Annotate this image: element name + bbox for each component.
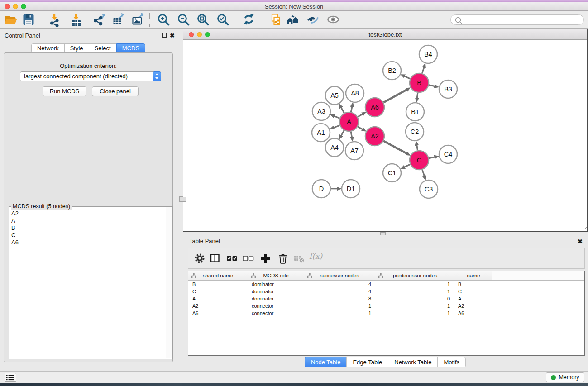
graph-edge-B-B1[interactable] bbox=[417, 93, 418, 99]
graph-edge-A-A4[interactable] bbox=[341, 130, 344, 136]
table-toolbar: f(x) bbox=[188, 248, 585, 269]
toolbar-separator bbox=[40, 13, 40, 27]
tab-style[interactable]: Style bbox=[64, 43, 89, 53]
graph-edge-A-A1[interactable] bbox=[334, 125, 340, 128]
table-panel-tabs: Node Table Edge Table Network Table Moti… bbox=[182, 357, 588, 367]
graph-edge-A-A6[interactable] bbox=[358, 114, 363, 117]
float-panel-icon[interactable] bbox=[162, 33, 167, 38]
graph-node-label: A1 bbox=[317, 129, 325, 136]
graph-edge-A-A7[interactable] bbox=[351, 132, 352, 138]
deselect-all-icon[interactable] bbox=[242, 253, 254, 265]
clone-network-icon[interactable] bbox=[268, 13, 282, 27]
network-canvas[interactable]: B4B2BB3A5A8A6B1A3AC2A1A2A4A7C4CC1C3DD1 bbox=[183, 40, 587, 231]
run-mcds-button[interactable]: Run MCDS bbox=[43, 86, 86, 96]
open-session-icon[interactable] bbox=[3, 13, 18, 27]
graph-edge-A-A3[interactable] bbox=[334, 116, 339, 119]
graph-edge-A-A2[interactable] bbox=[358, 127, 363, 129]
desktop-strip-bottom bbox=[0, 383, 588, 386]
column-header-predecessor-nodes[interactable]: predecessor nodes bbox=[375, 271, 455, 280]
graph-edge-A2-C[interactable] bbox=[383, 141, 406, 154]
column-header-name[interactable]: name bbox=[455, 271, 492, 280]
graph-edge-C-C4[interactable] bbox=[429, 157, 435, 158]
zoom-in-icon[interactable] bbox=[157, 13, 171, 27]
houses-icon[interactable] bbox=[286, 13, 300, 27]
graph-edge-C-C3[interactable] bbox=[422, 170, 425, 176]
graph-node-label: B2 bbox=[388, 67, 396, 74]
list-item[interactable]: A2 bbox=[9, 210, 163, 217]
table-row[interactable]: A6 connector 1 1 A6 bbox=[188, 310, 584, 317]
table-row[interactable]: A2 connector 1 1 A2 bbox=[188, 302, 584, 310]
list-item[interactable]: C bbox=[9, 232, 163, 239]
split-columns-icon[interactable] bbox=[210, 253, 221, 265]
graph-edge-B-B2[interactable] bbox=[404, 76, 410, 79]
tab-network-table[interactable]: Network Table bbox=[388, 357, 438, 367]
close-panel-icon[interactable]: ✖ bbox=[170, 33, 175, 38]
network-window-title: testGlobe.txt bbox=[183, 31, 587, 38]
column-header-successor-nodes[interactable]: successor nodes bbox=[304, 271, 375, 280]
column-header-mcds-role[interactable]: MCDS role bbox=[248, 271, 304, 280]
import-table-icon[interactable] bbox=[69, 13, 84, 27]
graph-edge-C-C2[interactable] bbox=[417, 145, 418, 151]
graph-edge-B-B3[interactable] bbox=[429, 85, 435, 86]
mcds-result-legend: MCDS result (5 nodes) bbox=[11, 203, 72, 210]
list-item[interactable]: A bbox=[9, 217, 163, 224]
table-row[interactable]: C dominator 4 1 C bbox=[188, 288, 584, 295]
export-network-icon[interactable] bbox=[92, 13, 106, 27]
export-image-icon[interactable] bbox=[131, 13, 145, 27]
graph-node-label: A4 bbox=[330, 144, 339, 151]
horizontal-splitter-grabber[interactable] bbox=[380, 232, 386, 235]
table-row[interactable]: B dominator 4 1 B bbox=[188, 281, 584, 288]
search-input[interactable] bbox=[463, 16, 580, 24]
save-session-icon[interactable] bbox=[21, 13, 36, 27]
window-resize-grip[interactable] bbox=[582, 226, 587, 231]
tab-node-table[interactable]: Node Table bbox=[305, 357, 347, 367]
close-panel-button[interactable]: Close panel bbox=[92, 86, 139, 96]
graph-node-label: A8 bbox=[351, 90, 359, 97]
export-table-icon[interactable] bbox=[111, 13, 126, 27]
import-network-icon[interactable] bbox=[48, 13, 62, 27]
graph-node-label: C bbox=[417, 157, 421, 164]
graph-node-label: A5 bbox=[330, 92, 339, 99]
toolbar-separator bbox=[236, 13, 236, 27]
column-header-shared-name[interactable]: shared name bbox=[188, 271, 248, 280]
show-log-button[interactable] bbox=[5, 373, 16, 382]
add-icon[interactable] bbox=[260, 253, 272, 265]
app-titlebar: Session: New Session bbox=[0, 2, 588, 11]
tab-motifs[interactable]: Motifs bbox=[437, 357, 466, 367]
float-panel-icon[interactable] bbox=[570, 239, 574, 243]
table-row[interactable]: A dominator 8 0 A bbox=[188, 295, 584, 302]
graph-node-label: A2 bbox=[371, 133, 379, 140]
delete-icon[interactable] bbox=[277, 253, 289, 265]
graph-edge-C-C1[interactable] bbox=[404, 164, 410, 167]
tab-mcds[interactable]: MCDS bbox=[116, 43, 145, 53]
graph-node-label: A6 bbox=[371, 104, 379, 111]
search-field[interactable] bbox=[450, 14, 584, 25]
list-item[interactable]: B bbox=[9, 224, 163, 232]
list-item[interactable]: A6 bbox=[9, 239, 163, 246]
graph-node-label: A7 bbox=[350, 147, 359, 154]
window-edge-grabber[interactable] bbox=[183, 197, 186, 202]
settings-icon[interactable] bbox=[194, 253, 206, 265]
optimization-criterion-dropdown[interactable]: largest connected component (directed) bbox=[20, 71, 161, 81]
graph-edge-A-A5[interactable] bbox=[341, 107, 344, 113]
select-all-icon[interactable] bbox=[226, 253, 238, 265]
refresh-icon[interactable] bbox=[242, 13, 256, 27]
eye-icon[interactable] bbox=[326, 13, 341, 27]
tab-select[interactable]: Select bbox=[89, 43, 117, 53]
graph-edge-A-A8[interactable] bbox=[351, 106, 352, 112]
memory-button[interactable]: Memory bbox=[546, 372, 584, 382]
zoom-out-icon[interactable] bbox=[177, 13, 191, 27]
scrollbar-track[interactable] bbox=[166, 207, 172, 358]
graph-edge-A6-B[interactable] bbox=[383, 90, 407, 102]
tab-edge-table[interactable]: Edge Table bbox=[346, 357, 388, 367]
zoom-fit-icon[interactable] bbox=[196, 13, 210, 27]
table-header-row: shared name MCDS role successor nodes pr… bbox=[188, 271, 584, 281]
tab-network[interactable]: Network bbox=[31, 43, 65, 53]
zoom-selected-icon[interactable] bbox=[216, 13, 230, 27]
graph-edge-B-B4[interactable] bbox=[422, 67, 424, 73]
network-window-titlebar[interactable]: testGlobe.txt bbox=[183, 29, 587, 40]
eye-details-icon[interactable] bbox=[306, 13, 320, 27]
graph-node-label: C1 bbox=[388, 169, 397, 176]
close-panel-icon[interactable]: ✖ bbox=[578, 238, 583, 244]
toolbar-separator bbox=[149, 13, 150, 27]
